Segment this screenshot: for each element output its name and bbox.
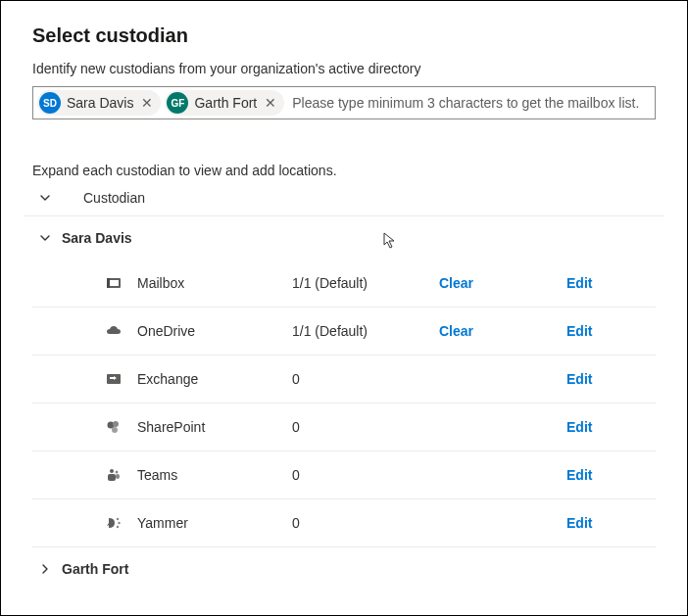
clear-button[interactable]: Clear [439, 323, 537, 339]
mailbox-icon [106, 275, 122, 291]
custodian-row[interactable]: Garth Fort [32, 546, 656, 591]
edit-button[interactable]: Edit [537, 419, 656, 435]
svg-point-6 [112, 427, 118, 433]
location-row-sharepoint: SharePoint 0 Edit [32, 403, 656, 451]
table-header: Custodian [32, 182, 656, 213]
page-subtitle: Identify new custodians from your organi… [32, 61, 656, 76]
location-name: SharePoint [125, 419, 292, 435]
sharepoint-icon [106, 419, 122, 435]
custodian-picker[interactable]: SD Sara Davis ✕ GF Garth Fort ✕ Please t… [32, 86, 656, 119]
location-name: Mailbox [125, 275, 292, 291]
svg-rect-9 [108, 474, 116, 481]
location-count: 0 [292, 515, 439, 531]
custodian-name: Garth Fort [62, 561, 128, 577]
edit-button[interactable]: Edit [537, 323, 656, 339]
remove-chip-icon[interactable]: ✕ [139, 96, 155, 110]
chip-label: Garth Fort [194, 95, 257, 111]
clear-button[interactable]: Clear [439, 275, 537, 291]
location-count: 1/1 (Default) [292, 275, 439, 291]
location-count: 0 [292, 467, 439, 483]
custodian-row[interactable]: Sara Davis [32, 216, 656, 260]
location-count: 0 [292, 419, 439, 435]
svg-point-12 [118, 522, 120, 524]
location-name: Teams [125, 467, 292, 483]
edit-button[interactable]: Edit [537, 515, 656, 531]
chevron-right-icon[interactable] [38, 562, 52, 576]
svg-rect-2 [107, 278, 110, 288]
location-row-mailbox: Mailbox 1/1 (Default) Clear Edit [32, 260, 656, 308]
locations-list: Mailbox 1/1 (Default) Clear Edit OneDriv… [32, 260, 656, 546]
location-count: 1/1 (Default) [292, 323, 439, 339]
column-header-custodian: Custodian [70, 190, 145, 206]
edit-button[interactable]: Edit [537, 467, 656, 483]
avatar: GF [167, 92, 188, 114]
onedrive-icon [106, 323, 122, 339]
svg-rect-1 [109, 280, 119, 286]
cursor-icon [383, 232, 397, 253]
location-name: Yammer [125, 515, 292, 531]
yammer-icon [106, 515, 122, 531]
custodian-chip[interactable]: SD Sara Davis ✕ [37, 90, 161, 116]
custodian-input-placeholder[interactable]: Please type minimum 3 characters to get … [288, 95, 651, 111]
page-title: Select custodian [32, 24, 656, 47]
teams-icon [106, 467, 122, 483]
location-count: 0 [292, 371, 439, 387]
location-row-exchange: Exchange 0 Edit [32, 355, 656, 403]
edit-button[interactable]: Edit [537, 371, 656, 387]
svg-point-7 [110, 469, 114, 473]
location-row-onedrive: OneDrive 1/1 (Default) Clear Edit [32, 308, 656, 355]
exchange-icon [106, 371, 122, 387]
custodian-name: Sara Davis [62, 230, 132, 246]
location-name: Exchange [125, 371, 292, 387]
location-row-teams: Teams 0 Edit [32, 451, 656, 499]
chip-label: Sara Davis [67, 95, 133, 111]
location-row-yammer: Yammer 0 Edit [32, 499, 656, 546]
custodian-chip[interactable]: GF Garth Fort ✕ [165, 90, 284, 116]
svg-point-5 [113, 421, 119, 427]
chevron-down-icon[interactable] [38, 191, 52, 205]
edit-button[interactable]: Edit [537, 275, 656, 291]
remove-chip-icon[interactable]: ✕ [263, 96, 278, 110]
svg-point-8 [116, 471, 119, 474]
chevron-down-icon[interactable] [38, 231, 52, 245]
location-name: OneDrive [125, 323, 292, 339]
svg-point-13 [117, 526, 119, 528]
svg-point-11 [117, 518, 119, 520]
avatar: SD [39, 92, 61, 114]
svg-rect-10 [116, 474, 120, 479]
expand-instructions: Expand each custodian to view and add lo… [32, 163, 656, 178]
